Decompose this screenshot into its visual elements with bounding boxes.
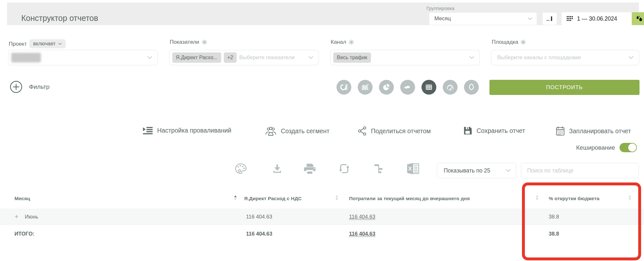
svg-text:X: X	[408, 165, 412, 172]
metrics-label: Показатели	[170, 39, 199, 45]
cell-month: Июнь	[25, 214, 38, 219]
platform-filter-label-row: Площадка	[492, 39, 526, 45]
drilldown-settings-button[interactable]: Настройка проваливаний	[143, 126, 231, 135]
palette-icon[interactable]	[235, 163, 247, 176]
gear-icon[interactable]	[521, 40, 526, 45]
excel-export-icon[interactable]: X	[406, 162, 420, 176]
action-label: Поделиться отчетом	[371, 127, 431, 135]
project-value-chip-redacted	[11, 53, 41, 62]
caching-label: Кеширование	[576, 144, 615, 151]
column-header-spent-mtd[interactable]: Потратили за текущий месяц до вчерашнего…	[349, 196, 470, 201]
sort-control-yd-expense[interactable]	[336, 195, 338, 200]
chevron-down-icon	[469, 56, 474, 59]
build-report-button[interactable]: ПОСТРОИТЬ	[489, 80, 639, 95]
grouping-select[interactable]: Месяц	[429, 12, 537, 25]
page-size-select[interactable]: Показывать по 25	[437, 163, 516, 178]
table-header-row: Месяц Я.Директ Расход с НДС Потратили за…	[0, 188, 644, 209]
total-spent-mtd-link[interactable]: 116 404.63	[349, 231, 375, 237]
table-row: + Июнь 116 404.63 116 404.63 38.8	[0, 209, 644, 225]
calendar-grid-icon	[567, 16, 573, 21]
date-range-value: 1 — 30.06.2024	[577, 15, 617, 22]
date-range-picker[interactable]: 1 — 30.06.2024	[562, 12, 632, 25]
save-report-button[interactable]: Сохранить отчет	[463, 126, 525, 135]
save-floppy-icon	[463, 126, 472, 135]
cell-budget-pct: 38.8	[549, 214, 559, 219]
geo-map-icon[interactable]	[400, 80, 415, 95]
print-icon[interactable]	[303, 163, 317, 176]
page-title: Конструктор отчетов	[21, 14, 98, 22]
combo-chart-icon[interactable]	[336, 80, 351, 95]
report-builder-page: Конструктор отчетов Группировка Месяц 1 …	[0, 0, 644, 261]
chevron-down-icon	[58, 43, 62, 45]
gear-icon[interactable]	[202, 40, 207, 45]
column-header-month[interactable]: Месяц	[14, 196, 30, 201]
share-icon	[358, 126, 367, 136]
columns-tree-icon[interactable]	[374, 163, 384, 176]
header-bar: Конструктор отчетов Группировка Месяц 1 …	[7, 3, 639, 25]
chevron-down-icon	[506, 169, 511, 172]
schedule-calendar-icon	[556, 126, 565, 136]
total-label: ИТОГО:	[14, 231, 34, 237]
action-label: Сохранить отчет	[477, 127, 525, 135]
project-operator-chip[interactable]: включает	[29, 39, 66, 48]
platform-label: Площадка	[492, 39, 518, 45]
caching-toggle[interactable]	[620, 143, 637, 152]
sort-control-budget-pct[interactable]	[629, 195, 631, 200]
metrics-placeholder: Выберите показатели	[239, 54, 295, 61]
data-table-icon[interactable]	[421, 80, 436, 95]
egg-funnel-icon[interactable]	[464, 80, 479, 95]
cell-yd-expense: 116 404.63	[246, 214, 272, 219]
caching-row: Кеширование	[0, 143, 637, 152]
project-operator-value: включает	[33, 41, 56, 46]
action-label: Запланировать отчет	[569, 127, 631, 135]
area-waves-icon[interactable]	[358, 80, 373, 95]
total-yd-expense: 116 404.63	[246, 231, 272, 237]
refresh-icon[interactable]	[338, 163, 350, 176]
download-icon[interactable]	[272, 163, 282, 175]
table-total-row: ИТОГО: 116 404.63 116 404.63 38.8	[0, 225, 644, 245]
table-search-input[interactable]	[521, 163, 639, 178]
page-size-value: Показывать по 25	[444, 167, 490, 174]
chevron-down-icon	[629, 56, 634, 59]
action-label: Настройка проваливаний	[157, 127, 231, 134]
channel-filter-label-row: Канал	[331, 39, 354, 45]
toggle-knob	[628, 144, 636, 152]
grouping-label: Группировка	[426, 6, 454, 11]
metrics-more-chip[interactable]: +2	[224, 52, 237, 63]
sort-control-month[interactable]	[234, 195, 237, 200]
channel-selected-chip[interactable]: Весь трафик	[333, 52, 371, 63]
project-select[interactable]	[8, 50, 158, 65]
action-label: Создать сегмент	[281, 127, 329, 135]
channel-select[interactable]: Весь трафик	[330, 50, 480, 65]
platform-placeholder: Выберите каналы с площадками	[497, 54, 581, 61]
view-switcher	[336, 80, 479, 95]
platform-select[interactable]: Выберите каналы с площадками	[491, 50, 639, 65]
compare-periods-button[interactable]	[542, 12, 557, 25]
total-budget-pct: 38.8	[549, 231, 559, 237]
metrics-select[interactable]: Я.Директ Расхо... +2 Выберите показатели	[169, 50, 319, 65]
cell-spent-mtd-link[interactable]: 116 404.63	[349, 214, 375, 220]
ab-test-button[interactable]	[632, 12, 644, 25]
chevron-down-icon	[308, 56, 313, 59]
expand-row-icon[interactable]: +	[14, 213, 18, 220]
chevron-down-icon	[528, 17, 532, 20]
create-segment-button[interactable]: Создать сегмент	[265, 126, 329, 136]
add-filter-button[interactable]: Фильтр	[10, 80, 50, 93]
project-filter-label-row: Проект включает	[9, 39, 66, 48]
add-filter-label: Фильтр	[29, 83, 50, 90]
pie-chart-icon[interactable]	[379, 80, 394, 95]
column-header-yd-expense[interactable]: Я.Директ Расход с НДС	[244, 196, 302, 201]
column-header-budget-pct[interactable]: % открутки бюджета	[549, 196, 600, 201]
project-label: Проект	[9, 41, 27, 47]
ab-drops-icon	[635, 14, 643, 23]
schedule-report-button[interactable]: Запланировать отчет	[556, 126, 631, 136]
sort-control-spent-mtd[interactable]	[536, 195, 538, 200]
gauge-icon[interactable]	[443, 80, 458, 95]
gear-icon[interactable]	[349, 40, 354, 45]
compare-periods-icon	[546, 15, 553, 22]
chevron-down-icon	[147, 56, 152, 59]
drilldown-icon	[143, 126, 153, 135]
channel-label: Канал	[331, 39, 346, 45]
metrics-selected-chip[interactable]: Я.Директ Расхо...	[172, 52, 221, 63]
share-report-button[interactable]: Поделиться отчетом	[358, 126, 431, 136]
